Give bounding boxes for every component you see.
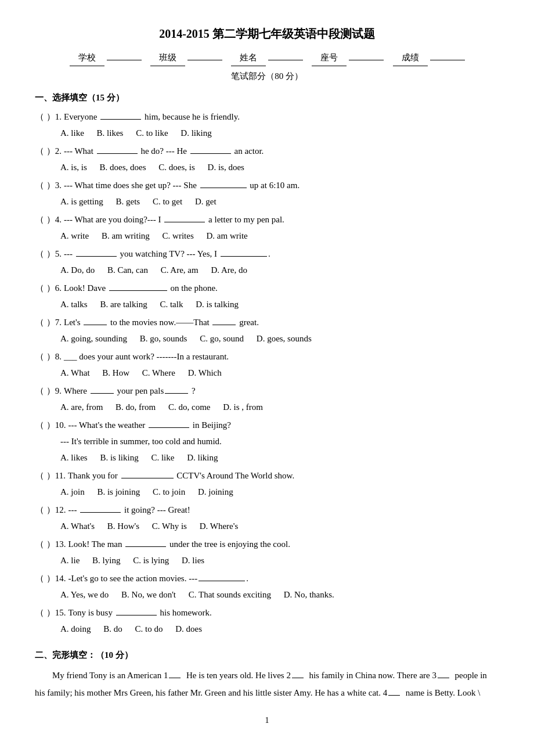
q2-bracket: （ [35, 143, 44, 159]
q4-text: --- What are you doing?--- I a letter to… [64, 212, 499, 228]
q4-opt-a: A. write [60, 231, 89, 240]
name-label: 姓名 [231, 50, 266, 66]
q11-bracket: （ [35, 468, 44, 484]
q4-bracket: （ [35, 212, 44, 228]
q2-num: ）2. [44, 143, 62, 159]
q11-options: A. join B. is joining C. to join D. join… [35, 484, 499, 500]
q7-num: ）7. [44, 315, 62, 330]
q10-sub: --- It's terrible in summer, too cold an… [35, 434, 499, 449]
q15-text: Tony is busy his homework. [68, 605, 500, 621]
q14-num: ）14. [44, 571, 66, 586]
q11-opt-d: D. joining [198, 487, 233, 496]
q5-opt-c: C. Are, am [161, 265, 199, 275]
q11-opt-b: B. is joining [97, 487, 140, 496]
question-2: （ ）2. --- What he do? --- He an actor. A… [35, 143, 499, 175]
q6-num: ）6. [44, 280, 62, 296]
q11-opt-a: A. join [60, 487, 85, 496]
q10-opt-c: C. like [151, 453, 174, 462]
q7-opt-b: B. go, sounds [140, 334, 187, 343]
q3-opt-c: C. to get [153, 197, 182, 206]
q13-text: Look! The man under the tree is enjoying… [68, 537, 500, 552]
question-8: （ ）8. ___ does your aunt work? -------In… [35, 349, 499, 381]
q1-bracket: （ [35, 109, 44, 125]
q14-text: -Let's go to see the action movies. ---. [68, 571, 500, 586]
q13-opt-d: D. lies [182, 556, 204, 565]
q9-bracket: （ [35, 383, 44, 399]
info-row-1: 学校 班级 姓名 座号 成绩 [35, 50, 499, 66]
q1-num: ）1. [44, 109, 62, 125]
q2-opt-c: C. does, is [158, 163, 195, 172]
question-9: （ ）9. Where your pen pals ? A. are, from… [35, 383, 499, 415]
q12-opt-d: D. Where's [200, 521, 239, 531]
q1-options: A. like B. likes C. to like D. liking [35, 125, 499, 141]
q3-opt-b: B. gets [116, 197, 140, 206]
q1-opt-c: C. to like [136, 128, 168, 138]
q15-bracket: （ [35, 605, 44, 621]
q13-num: ）13. [44, 537, 66, 552]
q10-opt-b: B. is liking [100, 453, 138, 462]
q13-opt-b: B. lying [92, 556, 120, 565]
question-15: （ ）15. Tony is busy his homework. A. doi… [35, 605, 499, 637]
q10-opt-d: D. liking [187, 453, 218, 462]
q15-opt-c: C. to do [135, 624, 163, 633]
section2-body: My friend Tony is an American 1 He is te… [35, 667, 499, 701]
q4-opt-b: B. am writing [102, 231, 150, 240]
q9-opt-b: B. do, from [116, 402, 156, 412]
q2-opt-a: A. is, is [60, 163, 87, 172]
q13-bracket: （ [35, 537, 44, 552]
q11-text: Thank you for CCTV's Around The World sh… [68, 468, 499, 484]
q9-opt-d: D. is , from [223, 402, 263, 412]
q11-num: ）11. [44, 468, 66, 484]
q4-options: A. write B. am writing C. writes D. am w… [35, 228, 499, 244]
q9-opt-c: C. do, come [168, 402, 211, 412]
question-7: （ ）7. Let's to the movies now.——That gre… [35, 315, 499, 347]
question-11: （ ）11. Thank you for CCTV's Around The W… [35, 468, 499, 500]
q6-opt-a: A. talks [60, 300, 88, 309]
q5-opt-a: A. Do, do [60, 265, 95, 275]
q4-opt-c: C. writes [163, 231, 194, 240]
q6-text: Look! Dave on the phone. [64, 280, 499, 296]
questions-list: （ ）1. Everyone him, because he is friend… [35, 109, 499, 637]
q3-options: A. is getting B. gets C. to get D. get [35, 194, 499, 210]
q2-opt-d: D. is, does [208, 163, 244, 172]
q15-opt-b: B. do [103, 624, 122, 633]
class-label: 班级 [150, 50, 185, 66]
q8-opt-d: D. Which [188, 368, 222, 377]
question-5: （ ）5. --- you watching TV? --- Yes, I . … [35, 246, 499, 278]
q6-opt-c: C. talk [160, 300, 183, 309]
q5-bracket: （ [35, 246, 44, 262]
q5-num: ）5. [44, 246, 62, 262]
q12-options: A. What's B. How's C. Why is D. Where's [35, 519, 499, 534]
q7-options: A. going, sounding B. go, sounds C. go, … [35, 331, 499, 347]
q6-options: A. talks B. are talking C. talk D. is ta… [35, 297, 499, 312]
page-number: 1 [35, 713, 499, 728]
section1-title: 一、选择填空（15 分） [35, 90, 499, 106]
q5-opt-b: B. Can, can [107, 265, 148, 275]
q12-opt-a: A. What's [60, 521, 95, 531]
q7-opt-c: C. go, sound [200, 334, 244, 343]
q3-bracket: （ [35, 178, 44, 193]
q7-bracket: （ [35, 315, 44, 330]
question-14: （ ）14. -Let's go to see the action movie… [35, 571, 499, 603]
q8-opt-c: C. Where [142, 368, 175, 377]
q1-opt-a: A. like [60, 128, 84, 138]
q14-bracket: （ [35, 571, 44, 586]
q14-options: A. Yes, we do B. No, we don't C. That so… [35, 587, 499, 603]
q4-num: ）4. [44, 212, 62, 228]
q15-num: ）15. [44, 605, 66, 621]
q7-opt-a: A. going, sounding [60, 334, 127, 343]
q9-text: Where your pen pals ? [64, 383, 499, 399]
q5-text: --- you watching TV? --- Yes, I . [64, 246, 499, 262]
q15-options: A. doing B. do C. to do D. does [35, 621, 499, 637]
q13-options: A. lie B. lying C. is lying D. lies [35, 553, 499, 568]
q9-options: A. are, from B. do, from C. do, come D. … [35, 399, 499, 415]
q13-opt-a: A. lie [60, 556, 80, 565]
q6-opt-b: B. are talking [100, 300, 147, 309]
q9-num: ）9. [44, 383, 62, 399]
q6-opt-d: D. is talking [196, 300, 239, 309]
q2-opt-b: B. does, does [100, 163, 146, 172]
question-10: （ ）10. --- What's the weather in Beijing… [35, 417, 499, 466]
written-part: 笔试部分（80 分） [35, 69, 499, 84]
q12-opt-b: B. How's [107, 521, 139, 531]
q1-opt-b: B. likes [97, 128, 124, 138]
